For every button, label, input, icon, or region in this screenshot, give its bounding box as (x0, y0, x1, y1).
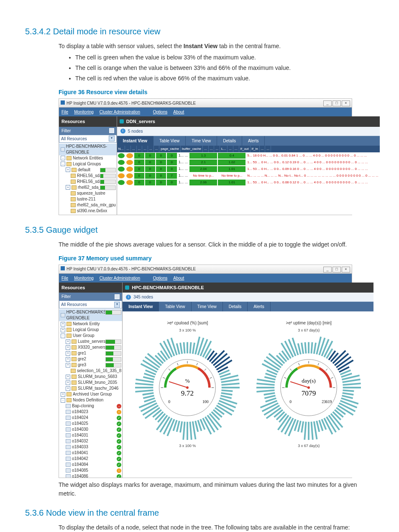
tree-item[interactable]: o184025✓ (59, 421, 122, 427)
tab-details[interactable]: Details (223, 302, 248, 311)
col-header[interactable]: If_out (239, 146, 251, 152)
collapse-icon[interactable]: - (61, 334, 65, 338)
tree-item[interactable]: HPC-BENCHMARKS-GRENOBLE (59, 144, 117, 155)
tree-item[interactable]: o184041✓ (59, 450, 122, 456)
expand-icon[interactable]: + (66, 167, 70, 172)
menu-item[interactable]: File (61, 110, 68, 114)
expand-icon[interactable]: + (61, 322, 65, 326)
tree-item[interactable]: +Archived User Group (59, 391, 122, 397)
tree-item[interactable]: +SLURM_bruno_2035 (59, 380, 122, 386)
col-header[interactable]: ... (260, 146, 266, 152)
tree-item[interactable]: RHEL56_sda (59, 173, 117, 179)
view-tabs[interactable]: Instant ViewTable ViewTime ViewDetailsAl… (123, 302, 373, 311)
tree-item[interactable]: lustre-211 (59, 196, 117, 202)
col-header[interactable]: ... (214, 146, 220, 152)
gauge-widget[interactable]: >e² cpuload (%) [sum]3 x 100 %%9.7201003… (135, 320, 240, 450)
tree-item[interactable]: o184085! (59, 468, 122, 473)
resource-tree[interactable]: HPC-BENCHMARKS-GRENOBLE-Network Entities… (59, 143, 117, 215)
tree-item[interactable]: +gre2 (59, 356, 122, 362)
tree-item[interactable]: o184032✓ (59, 438, 122, 444)
col-header[interactable]: ... (265, 146, 271, 152)
tree-item[interactable]: o184031✓ (59, 432, 122, 438)
col-header[interactable]: page_cache (159, 146, 181, 152)
collapse-icon[interactable]: - (61, 162, 65, 166)
gauge-widget[interactable]: >e² uptime (day(s)) [min]3 x 67 day(s)da… (256, 320, 361, 450)
tree-item[interactable]: +Network Entity (59, 321, 122, 327)
expand-icon[interactable]: + (66, 185, 70, 190)
col-header[interactable]: ... (137, 146, 143, 152)
col-header[interactable]: ... (209, 146, 215, 152)
tree-item[interactable]: squeeze_lustre (59, 190, 117, 196)
tree-item[interactable]: o184033✓ (59, 444, 122, 450)
col-header[interactable]: ... (228, 146, 233, 152)
chevron-down-icon[interactable]: ▾ (114, 302, 120, 308)
gauge-area[interactable]: >e² cpuload (%) [sum]3 x 100 %%9.7201003… (123, 311, 373, 459)
expand-icon[interactable]: + (66, 386, 70, 391)
expand-icon[interactable]: + (66, 363, 70, 368)
expand-icon[interactable]: + (61, 328, 65, 332)
resource-tree[interactable]: HPC-BENCHMARKS-GRENOBLE+Network Entity+L… (59, 308, 122, 478)
col-header[interactable]: If_in (251, 146, 260, 152)
menu-item[interactable]: About (173, 110, 184, 114)
tab-table-view[interactable]: Table View (159, 302, 191, 311)
filter-toggle-icon[interactable] (115, 294, 120, 299)
collapse-icon[interactable]: - (61, 156, 65, 160)
expand-icon[interactable]: + (66, 345, 70, 350)
menu-item[interactable]: Options (153, 276, 167, 280)
tree-item[interactable]: +Lustre_servers (59, 339, 122, 344)
tree-item[interactable]: +X9320_servers (59, 344, 122, 350)
col-header[interactable]: N... (117, 146, 125, 152)
expand-icon[interactable]: + (61, 392, 65, 397)
tree-item[interactable]: o184084✓ (59, 462, 122, 468)
view-tabs[interactable]: Instant ViewTable ViewTime ViewDetailsAl… (117, 136, 380, 146)
tree-item[interactable]: o184086✓ (59, 473, 122, 478)
expand-icon[interactable]: + (66, 380, 70, 385)
tree-item[interactable]: +default (59, 167, 117, 173)
tree-item[interactable]: selection_16_16_335_8 (59, 368, 122, 374)
tree-item[interactable]: RHEL56_sdaa_mlx (59, 179, 117, 185)
col-header[interactable]: ... (142, 146, 148, 152)
collapse-icon[interactable]: - (61, 398, 65, 403)
tree-item[interactable]: o184023! (59, 409, 122, 415)
tree-item[interactable]: +Logical Group (59, 327, 122, 333)
tree-item[interactable]: HPC-BENCHMARKS-GRENOBLE (59, 309, 122, 321)
tree-item[interactable]: +rhel62_sda_mlx (59, 185, 117, 190)
tree-item[interactable]: -Network Entities (59, 155, 117, 161)
tab-time-view[interactable]: Time View (192, 302, 223, 311)
col-header[interactable]: ... (154, 146, 160, 152)
menu-item[interactable]: Monitoring (74, 110, 94, 114)
filter-row[interactable]: Filter (59, 127, 117, 135)
tree-item[interactable]: -User Group (59, 333, 122, 339)
expand-icon[interactable]: + (66, 339, 70, 344)
filter-toggle-icon[interactable] (109, 128, 114, 133)
expand-icon[interactable]: + (66, 375, 70, 379)
tab-details[interactable]: Details (217, 136, 242, 146)
tab-table-view[interactable]: Table View (153, 136, 186, 146)
expand-icon[interactable]: + (66, 351, 70, 356)
menubar[interactable]: FileMonitoringCluster Administration Opt… (59, 274, 352, 283)
menu-item[interactable]: Cluster Administration (100, 276, 140, 280)
col-header[interactable]: ... (148, 146, 154, 152)
tab-time-view[interactable]: Time View (186, 136, 217, 146)
tree-item[interactable]: +gre1 (59, 350, 122, 356)
tree-item[interactable]: +gre3 (59, 362, 122, 368)
menubar[interactable]: FileMonitoringCluster Administration Opt… (59, 108, 352, 116)
tree-item[interactable]: o184024✓ (59, 415, 122, 421)
menu-item[interactable]: Cluster Administration (100, 110, 140, 114)
menu-item[interactable]: Options (153, 110, 167, 114)
window-buttons[interactable]: _□× (322, 100, 350, 106)
tree-item[interactable]: sl390.nne.0x6xx (59, 208, 117, 214)
resource-combo[interactable]: All Resources▾ (59, 301, 122, 308)
chevron-down-icon[interactable]: ▾ (109, 136, 115, 141)
window-buttons[interactable]: _□× (322, 266, 350, 272)
tree-item[interactable]: +SLURM_taschv_2046 (59, 386, 122, 391)
col-header[interactable]: ... (203, 146, 209, 152)
tab-instant-view[interactable]: Instant View (123, 302, 159, 311)
tree-item[interactable]: o184030✓ (59, 427, 122, 432)
col-header[interactable]: L... (220, 146, 228, 152)
tab-alerts[interactable]: Alerts (242, 136, 265, 146)
tree-item[interactable]: rhel62_sda_mlx_gpu (59, 202, 117, 208)
expand-icon[interactable]: + (66, 357, 70, 362)
col-header[interactable]: ... (125, 146, 131, 152)
menu-item[interactable]: Monitoring (74, 276, 94, 280)
